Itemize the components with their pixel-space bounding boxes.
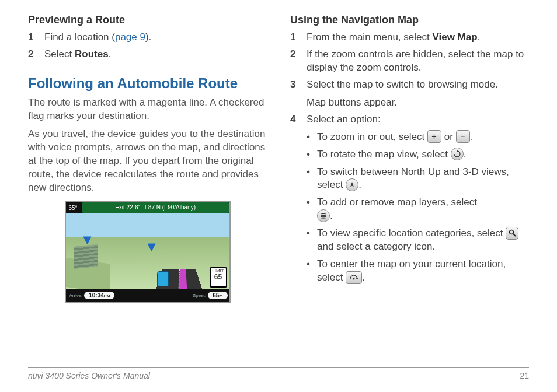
- bullet-icon: •: [307, 166, 310, 192]
- sub-bullet: • To add or remove map layers, select .: [307, 196, 529, 223]
- bullet-icon: •: [307, 148, 310, 162]
- sub-bullet: • To rotate the map view, select .: [307, 148, 529, 162]
- bullet-icon: •: [307, 258, 310, 285]
- step-number: 1: [28, 31, 36, 44]
- right-column: Using the Navigation Map 1 From the main…: [290, 14, 529, 303]
- layers-icon: [317, 209, 330, 222]
- page-number: 21: [520, 371, 529, 380]
- search-icon: [506, 227, 518, 240]
- sub-bullet: • To switch between North Up and 3-D vie…: [307, 166, 529, 192]
- page-footer: nüvi 3400 Series Owner's Manual 21: [28, 367, 529, 380]
- heading-following: Following an Automobile Route: [28, 75, 267, 92]
- step-number: 2: [290, 48, 298, 75]
- arrival-label: Arrival: [69, 293, 83, 298]
- step-number: 4: [290, 113, 298, 127]
- sub-bullet: • To view specific location categories, …: [307, 227, 529, 254]
- list-item: 2 If the zoom controls are hidden, selec…: [290, 48, 529, 75]
- step-text: Find a location (page 9).: [44, 31, 151, 44]
- sub-bullet: • To zoom in or out, select ＋ or −.: [307, 131, 529, 144]
- bullet-icon: •: [307, 196, 310, 223]
- sub-bullet: • To center the map on your current loca…: [307, 258, 529, 285]
- nav-temp: 65°: [66, 205, 81, 211]
- svg-point-5: [353, 278, 355, 280]
- list-item: 3 Select the map to switch to browsing m…: [290, 78, 529, 110]
- step-text: Select Routes.: [44, 48, 111, 61]
- nav-exit-sign: Exit 22-61: I-87 N (I-90/Albany): [82, 202, 229, 213]
- heading-previewing: Previewing a Route: [28, 14, 267, 26]
- left-column: Previewing a Route 1 Find a location (pa…: [28, 14, 267, 303]
- list-item: 1 From the main menu, select View Map.: [290, 31, 529, 44]
- list-item: 2 Select Routes.: [28, 48, 267, 61]
- svg-line-4: [513, 234, 516, 236]
- step-number: 3: [290, 78, 298, 110]
- step-text: Select an option:: [307, 113, 381, 127]
- bullet-icon: •: [307, 227, 310, 254]
- page-link[interactable]: page 9: [115, 32, 145, 43]
- zoom-out-icon: −: [456, 130, 470, 143]
- north-up-icon: [346, 178, 358, 191]
- step-number: 2: [28, 48, 36, 61]
- manual-title: nüvi 3400 Series Owner's Manual: [28, 371, 150, 380]
- preview-steps: 1 Find a location (page 9). 2 Select Rou…: [28, 31, 267, 61]
- list-item: 4 Select an option:: [290, 113, 529, 127]
- step-text: Select the map to switch to browsing mod…: [307, 78, 498, 110]
- paragraph: The route is marked with a magenta line.…: [28, 96, 267, 123]
- step-number: 1: [290, 31, 298, 44]
- list-item: 1 Find a location (page 9).: [28, 31, 267, 44]
- navmap-steps: 1 From the main menu, select View Map. 2…: [290, 31, 529, 127]
- bullet-icon: •: [307, 131, 310, 144]
- heading-navmap: Using the Navigation Map: [290, 14, 529, 26]
- zoom-in-icon: ＋: [427, 130, 441, 143]
- recenter-icon: [346, 271, 362, 284]
- vehicle-icon: [157, 271, 169, 286]
- step-text: If the zoom controls are hidden, select …: [307, 48, 529, 75]
- speed-label: Speed: [193, 293, 206, 298]
- svg-point-3: [509, 230, 513, 235]
- paragraph: As you travel, the device guides you to …: [28, 128, 267, 195]
- rotate-icon: [451, 148, 464, 160]
- speed-value: 65m: [208, 292, 227, 299]
- svg-point-2: [321, 216, 326, 218]
- step-text: From the main menu, select View Map.: [307, 31, 480, 44]
- arrival-time: 10:34PM: [84, 292, 114, 299]
- speed-limit-sign: LIMIT 65: [210, 267, 227, 288]
- navigation-screenshot: 65° Exit 22-61: I-87 N (I-90/Albany) LIM…: [65, 201, 231, 303]
